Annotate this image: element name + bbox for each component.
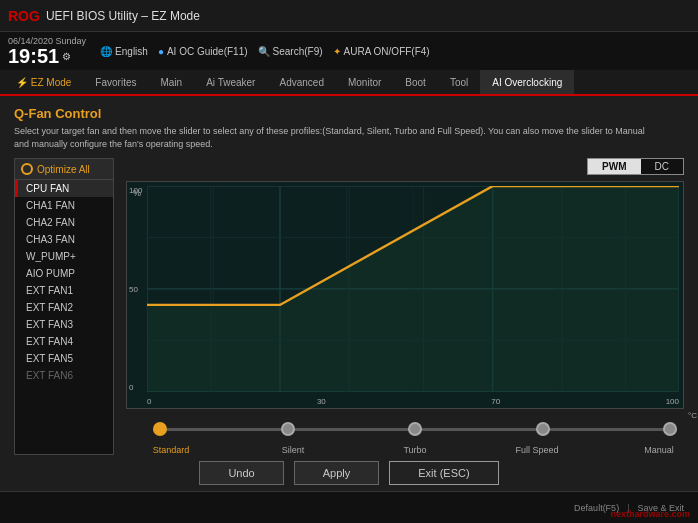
fan-list: Optimize All CPU FAN CHA1 FAN CHA2 FAN C… [14,158,114,455]
profile-dot-fullspeed[interactable] [536,422,550,436]
optimize-label: Optimize All [37,164,90,175]
fan-item-cha1[interactable]: CHA1 FAN [15,197,113,214]
section-title: Q-Fan Control [14,106,684,121]
slider-labels: Standard Silent Turbo Full Speed Manual [146,445,684,455]
fan-item-wpump[interactable]: W_PUMP+ [15,248,113,265]
tab-monitor[interactable]: Monitor [336,70,393,94]
rog-logo: ROG [8,8,40,24]
time-gear-icon[interactable]: ⚙ [62,51,71,62]
bios-title: UEFI BIOS Utility – EZ Mode [46,9,200,23]
optimize-icon [21,163,33,175]
y-label-100: 100 [129,186,142,195]
x-label-100: 100 [666,397,679,406]
x-label-30: 30 [317,397,326,406]
x-label-70: 70 [491,397,500,406]
globe-icon: 🌐 [100,46,112,57]
tab-tool[interactable]: Tool [438,70,480,94]
tab-ai-overclocking[interactable]: AI Overclocking [480,70,574,94]
fan-item-cha2[interactable]: CHA2 FAN [15,214,113,231]
dc-button[interactable]: DC [641,159,683,174]
apply-button[interactable]: Apply [294,461,380,485]
fan-item-ext1[interactable]: EXT FAN1 [15,282,113,299]
profile-dot-silent[interactable] [281,422,295,436]
undo-button[interactable]: Undo [199,461,283,485]
label-manual: Manual [634,445,684,455]
fan-item-cha3[interactable]: CHA3 FAN [15,231,113,248]
y-label-50: 50 [129,285,142,294]
fan-item-ext3[interactable]: EXT FAN3 [15,316,113,333]
action-buttons: Undo Apply Exit (ESC) [14,455,684,485]
y-label-0: 0 [129,383,142,392]
fan-item-ext5[interactable]: EXT FAN5 [15,350,113,367]
fan-list-header[interactable]: Optimize All [15,159,113,180]
profile-slider: Standard Silent Turbo Full Speed Manual [126,415,684,455]
search-button[interactable]: 🔍 Search(F9) [258,46,323,57]
tab-main[interactable]: Main [148,70,194,94]
watermark: nexthardware.com [610,509,690,519]
curve-svg [147,186,679,392]
pwm-button[interactable]: PWM [588,159,640,174]
language-selector[interactable]: 🌐 English [100,46,148,57]
topbar: 06/14/2020 Sunday 19:51 ⚙ 🌐 English ● AI… [0,32,698,70]
aura-icon: ✦ [333,46,341,57]
tab-advanced[interactable]: Advanced [267,70,335,94]
ai-icon: ● [158,46,164,57]
profile-dot-turbo[interactable] [408,422,422,436]
tab-boot[interactable]: Boot [393,70,438,94]
celsius-label: °C [688,411,697,420]
nav-tabs: ⚡ EZ Mode Favorites Main Ai Tweaker Adva… [0,70,698,96]
tab-home[interactable]: ⚡ EZ Mode [4,70,83,94]
main-content: Q-Fan Control Select your target fan and… [0,96,698,491]
fan-item-aio[interactable]: AIO PUMP [15,265,113,282]
profile-dot-standard[interactable] [153,422,167,436]
chart-area: PWM DC % [126,158,684,455]
x-axis-labels: 0 30 70 100 °C [147,397,679,406]
fan-item-cpu[interactable]: CPU FAN [15,180,113,197]
exit-button[interactable]: Exit (ESC) [389,461,498,485]
fan-item-ext4[interactable]: EXT FAN4 [15,333,113,350]
fan-item-ext6[interactable]: EXT FAN6 [15,367,113,384]
fan-curve-chart: % [126,181,684,409]
fan-item-ext2[interactable]: EXT FAN2 [15,299,113,316]
tab-favorites[interactable]: Favorites [83,70,148,94]
bottom-bar: Default(F5) | Save & Exit [0,491,698,523]
pwm-dc-toggle: PWM DC [587,158,684,175]
datetime-display: 06/14/2020 Sunday 19:51 ⚙ [8,36,86,66]
aura-button[interactable]: ✦ AURA ON/OFF(F4) [333,46,430,57]
section-description: Select your target fan and then move the… [14,125,654,150]
y-axis-labels: 100 50 0 [129,186,142,392]
x-label-0: 0 [147,397,151,406]
header-bar: ROG UEFI BIOS Utility – EZ Mode [0,0,698,32]
tab-ai-tweaker[interactable]: Ai Tweaker [194,70,267,94]
ai-oc-guide-button[interactable]: ● AI OC Guide(F11) [158,46,248,57]
content-row: Optimize All CPU FAN CHA1 FAN CHA2 FAN C… [14,158,684,455]
search-icon: 🔍 [258,46,270,57]
label-standard: Standard [146,445,196,455]
time-display: 19:51 [8,46,59,66]
label-fullspeed: Full Speed [512,445,562,455]
label-turbo: Turbo [390,445,440,455]
label-silent: Silent [268,445,318,455]
profile-dot-manual[interactable] [663,422,677,436]
